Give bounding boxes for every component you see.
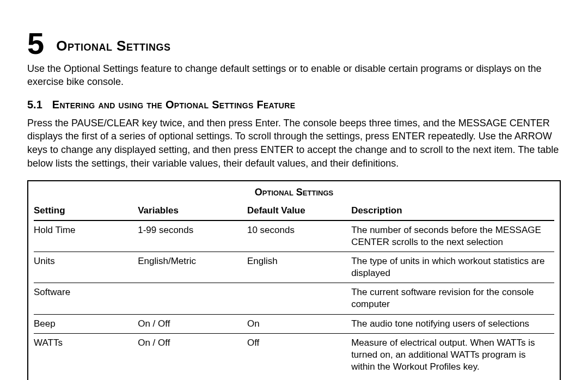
- cell-setting: Units: [34, 252, 138, 283]
- col-setting: Setting: [34, 201, 138, 220]
- cell-default: 10 seconds: [247, 220, 351, 252]
- cell-setting: Hold Time: [34, 220, 138, 252]
- section-body: Press the PAUSE/CLEAR key twice, and the…: [27, 117, 561, 170]
- chapter-intro: Use the Optional Settings feature to cha…: [27, 62, 561, 89]
- table-body: Hold Time1-99 seconds10 secondsThe numbe…: [34, 220, 554, 376]
- settings-table-wrap: Optional Settings Setting Variables Defa…: [27, 180, 561, 380]
- table-row: Hold Time1-99 seconds10 secondsThe numbe…: [34, 220, 554, 252]
- chapter-number: 5: [27, 28, 44, 59]
- cell-description: The audio tone notifying users of select…: [351, 314, 554, 333]
- section-title: Entering and using the Optional Settings…: [52, 99, 296, 111]
- cell-variables: [138, 283, 247, 314]
- cell-description: The current software revision for the co…: [351, 283, 554, 314]
- table-row: WATTsOn / OffOffMeasure of electrical ou…: [34, 333, 554, 376]
- cell-default: On: [247, 314, 351, 333]
- chapter-title: Optional Settings: [56, 38, 170, 54]
- chapter-heading: 5 Optional Settings: [27, 28, 561, 59]
- cell-default: [247, 283, 351, 314]
- settings-table: Setting Variables Default Value Descript…: [34, 201, 554, 376]
- col-description: Description: [351, 201, 554, 220]
- cell-variables: On / Off: [138, 314, 247, 333]
- table-row: BeepOn / OffOnThe audio tone notifying u…: [34, 314, 554, 333]
- cell-setting: Software: [34, 283, 138, 314]
- cell-default: English: [247, 252, 351, 283]
- col-default: Default Value: [247, 201, 351, 220]
- section-heading: 5.1 Entering and using the Optional Sett…: [27, 99, 561, 111]
- cell-description: The number of seconds before the MESSAGE…: [351, 220, 554, 252]
- cell-description: Measure of electrical output. When WATTs…: [351, 333, 554, 376]
- section-number: 5.1: [27, 99, 42, 111]
- cell-variables: On / Off: [138, 333, 247, 376]
- cell-setting: Beep: [34, 314, 138, 333]
- table-row: SoftwareThe current software revision fo…: [34, 283, 554, 314]
- table-header-row: Setting Variables Default Value Descript…: [34, 201, 554, 220]
- cell-setting: WATTs: [34, 333, 138, 376]
- table-row: UnitsEnglish/MetricEnglishThe type of un…: [34, 252, 554, 283]
- page: 5 Optional Settings Use the Optional Set…: [0, 0, 588, 380]
- cell-default: Off: [247, 333, 351, 376]
- col-variables: Variables: [138, 201, 247, 220]
- cell-variables: English/Metric: [138, 252, 247, 283]
- cell-description: The type of units in which workout stati…: [351, 252, 554, 283]
- table-title: Optional Settings: [34, 187, 554, 198]
- cell-variables: 1-99 seconds: [138, 220, 247, 252]
